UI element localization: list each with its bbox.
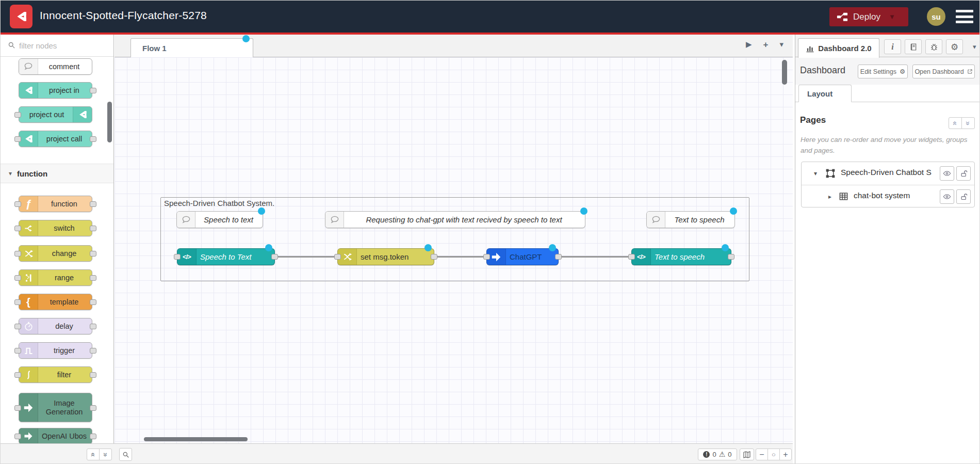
node-port[interactable]	[90, 324, 96, 329]
node-port[interactable]	[90, 88, 96, 93]
chevron-right-icon[interactable]: ▸	[828, 193, 831, 200]
edit-settings-button[interactable]: Edit Settings ⚙	[858, 65, 908, 78]
node-chatgpt[interactable]: ChatGPT	[486, 248, 559, 265]
palette-node-function[interactable]: ƒ function	[19, 196, 92, 212]
node-port[interactable]	[14, 348, 21, 354]
tab-layout[interactable]: Layout	[798, 85, 852, 102]
toggle-lock-button[interactable]	[956, 166, 971, 181]
help-tab-button[interactable]	[905, 39, 922, 54]
app-logo-icon[interactable]	[10, 5, 32, 28]
expand-all-button[interactable]: »	[961, 117, 975, 129]
node-port[interactable]	[14, 136, 21, 142]
palette-node-project-call[interactable]: project call	[19, 131, 92, 147]
deploy-button[interactable]: Deploy ▼	[829, 7, 908, 26]
palette-node-filter[interactable]: filter	[19, 366, 92, 383]
comment-node-speech-to-text[interactable]: Speech to text	[176, 211, 263, 228]
node-port[interactable]	[90, 136, 96, 142]
tab-dashboard-2[interactable]: Dashboard 2.0	[798, 38, 879, 58]
node-port[interactable]	[90, 251, 96, 257]
next-tab-button[interactable]: ▶	[746, 40, 752, 50]
node-port[interactable]	[14, 275, 21, 281]
palette-node-trigger[interactable]: trigger	[19, 342, 92, 359]
tab-flow-1[interactable]: Flow 1	[130, 38, 253, 58]
palette-scrollbar[interactable]	[107, 102, 112, 142]
add-flow-button[interactable]: +	[763, 40, 769, 50]
palette-node-range[interactable]: range	[19, 269, 92, 286]
notifications-badge[interactable]: ! 0 ⚠ 0	[698, 449, 737, 460]
palette-node-change[interactable]: change	[19, 245, 92, 262]
palette-node-switch[interactable]: switch	[19, 220, 92, 236]
node-port[interactable]	[90, 201, 96, 207]
toggle-visibility-button[interactable]	[940, 166, 954, 181]
node-port[interactable]	[90, 275, 96, 281]
node-speech-to-text[interactable]: </> Speech to Text	[177, 248, 275, 265]
main-menu-button[interactable]	[956, 10, 973, 23]
node-port[interactable]	[555, 254, 562, 260]
canvas-search-button[interactable]	[119, 448, 132, 461]
chevron-down-icon[interactable]: ▾	[814, 170, 817, 177]
sidebar-options-caret[interactable]: ▾	[973, 43, 976, 51]
node-port[interactable]	[90, 434, 96, 439]
flow-list-caret[interactable]: ▾	[779, 40, 783, 50]
open-dashboard-button[interactable]: Open Dashboard	[912, 65, 975, 78]
node-port[interactable]	[483, 254, 490, 260]
debug-tab-button[interactable]	[925, 39, 942, 54]
node-port[interactable]	[14, 201, 21, 207]
comment-node-text-to-speech[interactable]: Text to speech	[646, 211, 735, 228]
node-port[interactable]	[14, 405, 21, 411]
palette-node-delay[interactable]: delay	[19, 318, 92, 334]
toggle-visibility-button[interactable]	[940, 189, 954, 204]
zoom-out-button[interactable]: −	[756, 449, 768, 460]
node-text-to-speech[interactable]: </> Text to speech	[631, 248, 731, 265]
tree-row-page[interactable]: ▾ Speech-Driven Chatbot S	[802, 162, 974, 185]
deploy-options-caret[interactable]: ▼	[889, 13, 895, 21]
info-tab-button[interactable]: i	[884, 39, 901, 54]
node-port[interactable]	[728, 254, 734, 260]
node-port[interactable]	[628, 254, 635, 260]
node-port[interactable]	[14, 226, 21, 231]
node-port[interactable]	[14, 112, 21, 118]
node-port[interactable]	[90, 405, 96, 411]
palette-node-image-generation[interactable]: Image Generation	[19, 393, 92, 422]
wire[interactable]	[275, 256, 337, 258]
palette-node-template[interactable]: { template	[19, 294, 92, 310]
node-port[interactable]	[271, 254, 278, 260]
flow-canvas[interactable]: Speech-Driven Chatbot System. Speech to …	[115, 57, 793, 443]
tree-row-group[interactable]: ▸ chat-bot system	[802, 185, 974, 207]
toggle-lock-button[interactable]	[956, 189, 971, 204]
navigator-button[interactable]	[740, 449, 754, 460]
comment-node-requesting-chatgpt[interactable]: Requesting to chat-gpt with text recived…	[325, 211, 585, 228]
node-port[interactable]	[90, 226, 96, 231]
node-set-msg-token[interactable]: set msg.token	[337, 248, 434, 265]
palette-node-project-in[interactable]: project in	[19, 82, 92, 99]
wire[interactable]	[434, 256, 486, 258]
zoom-reset-button[interactable]: ○	[767, 449, 780, 460]
node-port[interactable]	[174, 254, 181, 260]
node-port[interactable]	[334, 254, 341, 260]
node-port[interactable]	[14, 251, 21, 257]
wire[interactable]	[559, 256, 631, 258]
filter-nodes-input[interactable]	[19, 39, 107, 52]
node-port[interactable]	[431, 254, 437, 260]
palette-category-function[interactable]: ▾ function	[1, 164, 113, 183]
node-port[interactable]	[90, 372, 96, 378]
palette-node-openai-ubos[interactable]: OpenAI Ubos	[19, 428, 92, 444]
node-port[interactable]	[14, 434, 21, 439]
node-port[interactable]	[14, 324, 21, 329]
canvas-vertical-scrollbar[interactable]	[782, 60, 787, 85]
node-port[interactable]	[90, 299, 96, 305]
palette-collapse-up-button[interactable]: «	[87, 449, 100, 460]
palette-collapse-down-button[interactable]: »	[99, 449, 112, 460]
collapse-all-button[interactable]: «	[949, 117, 962, 129]
canvas-horizontal-scrollbar[interactable]	[144, 437, 248, 441]
node-port[interactable]	[14, 299, 21, 305]
config-tab-button[interactable]: ⚙	[946, 39, 963, 54]
palette-node-comment[interactable]: comment	[19, 58, 92, 75]
user-avatar[interactable]: su	[927, 7, 945, 26]
palette-node-project-out[interactable]: project out	[19, 106, 92, 123]
node-port[interactable]	[14, 372, 21, 378]
zoom-in-button[interactable]: +	[779, 449, 792, 460]
flow-group[interactable]: Speech-Driven Chatbot System.	[160, 197, 749, 281]
node-port[interactable]	[90, 348, 96, 354]
external-link-icon	[967, 69, 973, 74]
